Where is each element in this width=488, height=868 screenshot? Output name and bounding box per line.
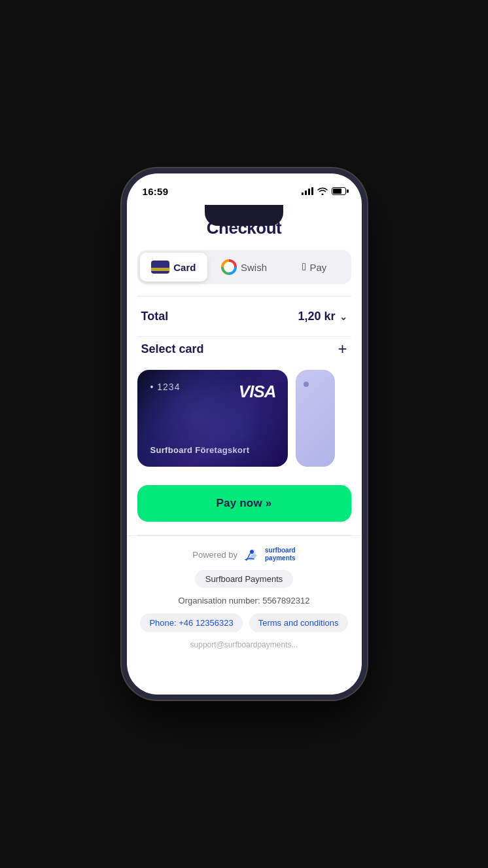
org-number: Organisation number: 5567892312 [179,596,310,606]
footer-section: Powered by surfboard payments [127,535,362,662]
powered-by: Powered by surfboard payments [192,547,295,562]
add-card-button[interactable]: + [338,341,347,357]
tab-applepay[interactable]:  Pay [281,253,349,281]
wifi-icon [317,187,328,195]
visa-logo: VISA [239,382,276,402]
email-hint: support@surfboardpayments... [190,640,298,649]
pay-now-button[interactable]: Pay now » [137,485,351,522]
swish-icon [221,259,237,275]
status-bar: 16:59 [127,173,362,205]
select-card-label: Select card [141,342,204,356]
card-number: • 1234 [150,382,181,392]
status-time: 16:59 [143,186,169,197]
pay-button-wrapper: Pay now » [127,475,362,535]
total-amount-value: 1,20 kr [298,310,335,323]
company-badge: Surfboard Payments [195,570,294,588]
tab-card[interactable]: Card [140,253,208,281]
svg-point-1 [250,550,254,554]
card-partial-indicator [304,382,309,387]
surfboard-logo: surfboard payments [243,547,296,562]
footer-links: Phone: +46 12356323 Terms and conditions [140,613,347,632]
status-icons [302,187,346,195]
screen: Checkout Card Swish  Pay Total 1 [127,205,362,695]
card-name: Surfboard Företagskort [150,445,275,455]
notch [205,205,283,226]
tab-swish[interactable]: Swish [210,253,278,281]
company-name: Surfboard Payments [205,574,283,584]
total-section: Total 1,20 kr ⌄ [127,297,362,336]
credit-card-1[interactable]: • 1234 VISA Surfboard Företagskort [137,370,288,467]
select-card-header: Select card + [127,337,362,367]
battery-icon [332,187,346,195]
signal-bars-icon [302,187,313,195]
credit-card-2[interactable] [296,370,335,467]
applepay-icon:  [302,261,305,273]
card-icon [151,261,169,274]
total-label: Total [141,310,169,323]
phone-frame: 16:59 Checkout Card [122,168,367,700]
powered-by-text: Powered by [192,550,237,560]
cards-carousel: • 1234 VISA Surfboard Företagskort [127,367,362,475]
phone-link[interactable]: Phone: +46 12356323 [140,613,242,632]
payment-tabs: Card Swish  Pay [137,250,351,284]
surfboard-logo-icon [243,547,262,562]
chevron-down-icon: ⌄ [340,312,347,322]
tab-swish-label: Swish [241,262,267,273]
tab-card-label: Card [173,262,196,273]
terms-link[interactable]: Terms and conditions [249,613,348,632]
tab-applepay-label: Pay [309,262,326,273]
total-amount[interactable]: 1,20 kr ⌄ [298,310,347,323]
